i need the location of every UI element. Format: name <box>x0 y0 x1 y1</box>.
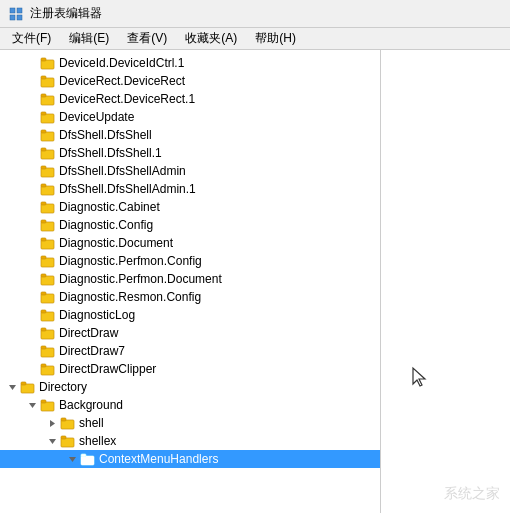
svg-rect-16 <box>41 168 54 177</box>
folder-icon <box>60 415 76 431</box>
expand-collapse-button[interactable] <box>64 451 80 467</box>
svg-rect-5 <box>41 58 46 61</box>
tree-item[interactable]: DfsShell.DfsShell <box>0 126 380 144</box>
svg-rect-33 <box>41 310 46 313</box>
tree-item[interactable]: Diagnostic.Resmon.Config <box>0 288 380 306</box>
svg-rect-48 <box>61 418 66 421</box>
tree-item-label: ContextMenuHandlers <box>99 452 218 466</box>
folder-icon <box>40 181 56 197</box>
svg-rect-11 <box>41 112 46 115</box>
svg-rect-36 <box>41 348 54 357</box>
svg-rect-9 <box>41 94 46 97</box>
svg-rect-20 <box>41 204 54 213</box>
main-area: DeviceId.DeviceIdCtrl.1 DeviceRect.Devic… <box>0 50 510 513</box>
svg-rect-28 <box>41 276 54 285</box>
svg-rect-1 <box>17 8 22 13</box>
tree-item-label: DeviceId.DeviceIdCtrl.1 <box>59 56 184 70</box>
tree-item[interactable]: DeviceRect.DeviceRect <box>0 72 380 90</box>
tree-item-label: Diagnostic.Document <box>59 236 173 250</box>
svg-rect-2 <box>10 15 15 20</box>
folder-icon <box>40 217 56 233</box>
tree-item-label: shell <box>79 416 104 430</box>
cursor-area <box>411 366 431 393</box>
tree-item[interactable]: DirectDraw7 <box>0 342 380 360</box>
svg-rect-29 <box>41 274 46 277</box>
menu-favorites[interactable]: 收藏夹(A) <box>177 28 245 49</box>
tree-item[interactable]: Diagnostic.Perfmon.Config <box>0 252 380 270</box>
tree-item-label: DfsShell.DfsShell.1 <box>59 146 162 160</box>
tree-item[interactable]: Background <box>0 396 380 414</box>
tree-item[interactable]: Diagnostic.Document <box>0 234 380 252</box>
title-bar: 注册表编辑器 <box>0 0 510 28</box>
tree-item[interactable]: DfsShell.DfsShellAdmin.1 <box>0 180 380 198</box>
tree-item[interactable]: DiagnosticLog <box>0 306 380 324</box>
svg-rect-23 <box>41 220 46 223</box>
tree-item[interactable]: shellex <box>0 432 380 450</box>
folder-icon <box>40 307 56 323</box>
folder-icon <box>20 379 36 395</box>
svg-rect-14 <box>41 150 54 159</box>
folder-icon <box>40 343 56 359</box>
svg-rect-35 <box>41 328 46 331</box>
svg-rect-34 <box>41 330 54 339</box>
folder-icon <box>40 109 56 125</box>
expand-collapse-button[interactable] <box>44 415 60 431</box>
tree-item-label: DeviceRect.DeviceRect.1 <box>59 92 195 106</box>
svg-rect-47 <box>61 420 74 429</box>
svg-rect-15 <box>41 148 46 151</box>
folder-icon <box>40 73 56 89</box>
menu-view[interactable]: 查看(V) <box>119 28 175 49</box>
mouse-cursor-icon <box>411 366 431 390</box>
svg-rect-39 <box>41 364 46 367</box>
menu-bar: 文件(F) 编辑(E) 查看(V) 收藏夹(A) 帮助(H) <box>0 28 510 50</box>
tree-item[interactable]: ContextMenuHandlers <box>0 450 380 468</box>
svg-marker-46 <box>50 420 55 427</box>
tree-item[interactable]: DirectDrawClipper <box>0 360 380 378</box>
tree-item[interactable]: DeviceUpdate <box>0 108 380 126</box>
svg-rect-32 <box>41 312 54 321</box>
folder-icon <box>40 325 56 341</box>
tree-item[interactable]: Diagnostic.Perfmon.Document <box>0 270 380 288</box>
expand-collapse-button[interactable] <box>4 379 20 395</box>
tree-item[interactable]: DfsShell.DfsShellAdmin <box>0 162 380 180</box>
folder-icon <box>60 433 76 449</box>
tree-item-label: DirectDraw <box>59 326 118 340</box>
tree-item-label: DfsShell.DfsShellAdmin <box>59 164 186 178</box>
svg-marker-43 <box>29 403 36 408</box>
svg-rect-24 <box>41 240 54 249</box>
title-text: 注册表编辑器 <box>30 5 102 22</box>
svg-rect-13 <box>41 130 46 133</box>
menu-edit[interactable]: 编辑(E) <box>61 28 117 49</box>
tree-panel[interactable]: DeviceId.DeviceIdCtrl.1 DeviceRect.Devic… <box>0 50 380 513</box>
folder-icon <box>40 271 56 287</box>
svg-rect-7 <box>41 76 46 79</box>
folder-icon <box>40 91 56 107</box>
tree-item-label: Diagnostic.Perfmon.Document <box>59 272 222 286</box>
tree-item-label: DeviceRect.DeviceRect <box>59 74 185 88</box>
expand-collapse-button[interactable] <box>24 397 40 413</box>
svg-rect-45 <box>41 400 46 403</box>
folder-icon <box>40 127 56 143</box>
svg-rect-21 <box>41 202 46 205</box>
tree-item[interactable]: DfsShell.DfsShell.1 <box>0 144 380 162</box>
svg-rect-38 <box>41 366 54 375</box>
tree-item[interactable]: Diagnostic.Cabinet <box>0 198 380 216</box>
tree-item-label: DirectDraw7 <box>59 344 125 358</box>
tree-item[interactable]: Diagnostic.Config <box>0 216 380 234</box>
folder-icon <box>40 361 56 377</box>
menu-help[interactable]: 帮助(H) <box>247 28 304 49</box>
svg-rect-17 <box>41 166 46 169</box>
tree-item[interactable]: Directory <box>0 378 380 396</box>
tree-item[interactable]: shell <box>0 414 380 432</box>
tree-item[interactable]: DeviceRect.DeviceRect.1 <box>0 90 380 108</box>
svg-rect-31 <box>41 292 46 295</box>
right-panel: 系统之家 <box>380 50 510 513</box>
folder-icon <box>40 397 56 413</box>
svg-rect-27 <box>41 256 46 259</box>
svg-rect-22 <box>41 222 54 231</box>
tree-item[interactable]: DeviceId.DeviceIdCtrl.1 <box>0 54 380 72</box>
tree-item-label: Diagnostic.Config <box>59 218 153 232</box>
expand-collapse-button[interactable] <box>44 433 60 449</box>
menu-file[interactable]: 文件(F) <box>4 28 59 49</box>
tree-item[interactable]: DirectDraw <box>0 324 380 342</box>
